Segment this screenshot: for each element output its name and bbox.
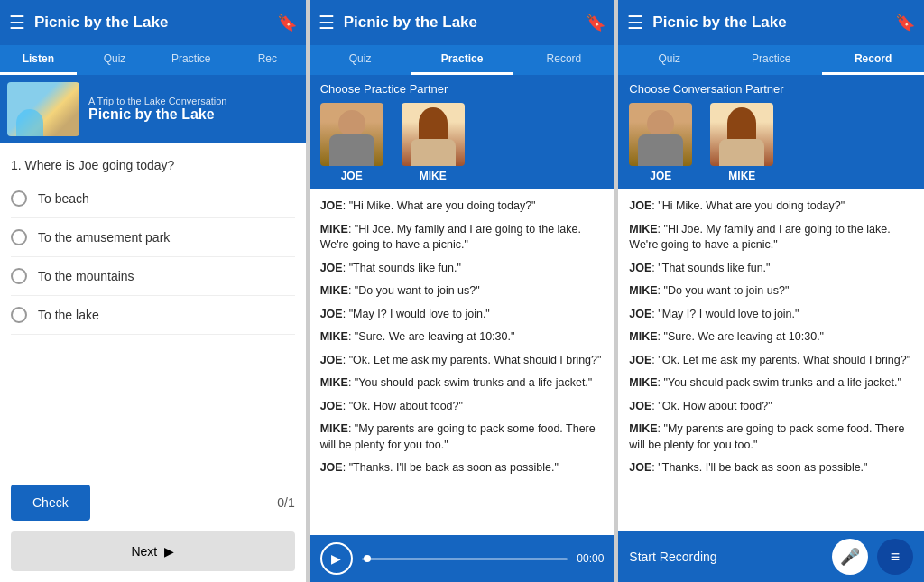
conv-line-2-3: MIKE: "Do you want to join us?" — [320, 283, 605, 300]
tab-quiz-3[interactable]: Quiz — [618, 45, 720, 75]
partner-name-mike-2: MIKE — [420, 170, 447, 182]
conversation-content-2: JOE: "Hi Mike. What are you doing today?… — [310, 189, 615, 535]
partners-row-3: JOE MIKE — [629, 103, 913, 182]
progress-dot-2 — [364, 555, 371, 562]
option-item-1[interactable]: To the amusement park — [11, 218, 295, 257]
partner-joe-3[interactable]: JOE — [629, 103, 692, 182]
question-text: 1. Where is Joe going today? — [0, 143, 306, 180]
record-screen: ☰ Picnic by the Lake 🔖 Quiz Practice Rec… — [616, 0, 924, 582]
next-label: Next — [131, 544, 157, 559]
partner-section-3: Choose Conversation Partner JOE MIKE — [618, 75, 924, 189]
image-title: Picnic by the Lake — [88, 106, 226, 123]
quiz-image-section: A Trip to the Lake Conversation Picnic b… — [0, 75, 306, 143]
conv-line-3-5: MIKE: "Sure. We are leaving at 10:30." — [629, 329, 913, 346]
option-item-3[interactable]: To the lake — [11, 296, 295, 335]
avatar-joe-2 — [320, 103, 383, 166]
bookmark-icon-1[interactable]: 🔖 — [277, 13, 297, 32]
score-text: 0/1 — [277, 495, 294, 510]
partner-mike-3[interactable]: MIKE — [710, 103, 773, 182]
quiz-screen: ☰ Picnic by the Lake 🔖 Listen Quiz Pract… — [0, 0, 306, 582]
tab-quiz-2[interactable]: Quiz — [310, 45, 411, 75]
tabs-bar-1: Listen Quiz Practice Rec — [0, 45, 306, 75]
conv-line-3-4: JOE: "May I? I would love to join." — [629, 307, 913, 323]
quiz-footer: Check 0/1 — [0, 474, 306, 531]
tab-rec-1[interactable]: Rec — [229, 45, 306, 75]
partners-row-2: JOE MIKE — [320, 103, 605, 182]
tabs-bar-3: Quiz Practice Record — [618, 45, 924, 75]
tabs-bar-2: Quiz Practice Record — [310, 45, 615, 75]
screens-container: ☰ Picnic by the Lake 🔖 Listen Quiz Pract… — [0, 0, 924, 582]
option-label-3: To the lake — [38, 308, 99, 322]
progress-bar-2[interactable] — [362, 558, 568, 560]
audio-time-2: 00:00 — [577, 552, 604, 565]
practice-screen: ☰ Picnic by the Lake 🔖 Quiz Practice Rec… — [308, 0, 615, 582]
avatar-mike-2 — [402, 103, 465, 166]
hamburger-icon-2[interactable]: ☰ — [319, 12, 335, 33]
partner-section-2: Choose Practice Partner JOE MIKE — [310, 75, 615, 189]
radio-2[interactable] — [11, 268, 27, 284]
conv-line-2-4: JOE: "May I? I would love to join." — [320, 307, 605, 323]
conv-line-3-0: JOE: "Hi Mike. What are you doing today?… — [629, 199, 913, 215]
conv-line-2-2: JOE: "That sounds like fun." — [320, 261, 605, 277]
radio-1[interactable] — [11, 229, 27, 245]
app-header-3: ☰ Picnic by the Lake 🔖 — [618, 0, 924, 45]
conv-line-2-1: MIKE: "Hi Joe. My family and I are going… — [320, 222, 605, 254]
start-recording-label: Start Recording — [629, 550, 823, 564]
conv-line-3-2: JOE: "That sounds like fun." — [629, 261, 913, 277]
conv-line-2-7: MIKE: "You should pack swim trunks and a… — [320, 375, 605, 392]
option-item-2[interactable]: To the mountains — [11, 257, 295, 296]
microphone-button[interactable]: 🎤 — [832, 539, 868, 575]
tab-record-2[interactable]: Record — [513, 45, 614, 75]
avatar-joe-3 — [629, 103, 692, 166]
app-header-2: ☰ Picnic by the Lake 🔖 — [310, 0, 615, 45]
conv-line-2-10: JOE: "Thanks. I'll be back as soon as po… — [320, 460, 605, 476]
option-item-0[interactable]: To beach — [11, 180, 295, 218]
menu-button[interactable]: ≡ — [877, 539, 913, 575]
conv-line-2-6: JOE: "Ok. Let me ask my parents. What sh… — [320, 353, 605, 369]
option-label-2: To the mountains — [38, 269, 134, 283]
header-title-3: Picnic by the Lake — [652, 14, 895, 32]
partner-joe-2[interactable]: JOE — [320, 103, 383, 182]
conv-line-3-8: JOE: "Ok. How about food?" — [629, 399, 913, 415]
record-footer: Start Recording 🎤 ≡ — [618, 531, 924, 582]
tab-record-3[interactable]: Record — [822, 45, 924, 75]
next-icon: ▶ — [164, 544, 174, 559]
conv-line-3-10: JOE: "Thanks. I'll be back as soon as po… — [629, 460, 913, 476]
conv-line-3-6: JOE: "Ok. Let me ask my parents. What sh… — [629, 353, 913, 369]
audio-player-2: ▶ 00:00 — [310, 535, 615, 582]
tab-practice-1[interactable]: Practice — [152, 45, 229, 75]
conv-line-3-1: MIKE: "Hi Joe. My family and I are going… — [629, 222, 913, 254]
partner-name-mike-3: MIKE — [728, 170, 755, 182]
radio-3[interactable] — [11, 307, 27, 323]
header-title-2: Picnic by the Lake — [344, 14, 587, 32]
tab-listen[interactable]: Listen — [0, 45, 77, 75]
quiz-thumbnail — [7, 82, 79, 136]
tab-practice-3[interactable]: Practice — [720, 45, 822, 75]
conv-line-3-3: MIKE: "Do you want to join us?" — [629, 283, 913, 300]
header-title-1: Picnic by the Lake — [34, 14, 277, 32]
partner-name-joe-2: JOE — [341, 170, 363, 182]
next-btn-container: Next ▶ — [0, 531, 306, 582]
conv-line-3-9: MIKE: "My parents are going to pack some… — [629, 421, 913, 453]
avatar-mike-3 — [710, 103, 773, 166]
options-list: To beach To the amusement park To the mo… — [0, 180, 306, 474]
hamburger-icon-3[interactable]: ☰ — [627, 12, 643, 33]
partner-label-3: Choose Conversation Partner — [629, 82, 913, 96]
tab-quiz-1[interactable]: Quiz — [77, 45, 153, 75]
tab-practice-2[interactable]: Practice — [411, 45, 513, 75]
partner-mike-2[interactable]: MIKE — [402, 103, 465, 182]
next-button[interactable]: Next ▶ — [11, 531, 295, 571]
radio-0[interactable] — [11, 190, 27, 207]
conversation-content-3: JOE: "Hi Mike. What are you doing today?… — [618, 189, 924, 531]
check-button[interactable]: Check — [11, 485, 90, 521]
bookmark-icon-3[interactable]: 🔖 — [895, 13, 915, 32]
conv-line-2-0: JOE: "Hi Mike. What are you doing today?… — [320, 199, 605, 215]
partner-label-2: Choose Practice Partner — [320, 82, 605, 96]
conv-line-3-7: MIKE: "You should pack swim trunks and a… — [629, 375, 913, 392]
bookmark-icon-2[interactable]: 🔖 — [586, 13, 605, 32]
partner-name-joe-3: JOE — [650, 170, 671, 182]
conv-line-2-8: JOE: "Ok. How about food?" — [320, 399, 605, 415]
app-header-1: ☰ Picnic by the Lake 🔖 — [0, 0, 306, 45]
play-button-2[interactable]: ▶ — [320, 542, 353, 575]
hamburger-icon-1[interactable]: ☰ — [9, 12, 25, 33]
